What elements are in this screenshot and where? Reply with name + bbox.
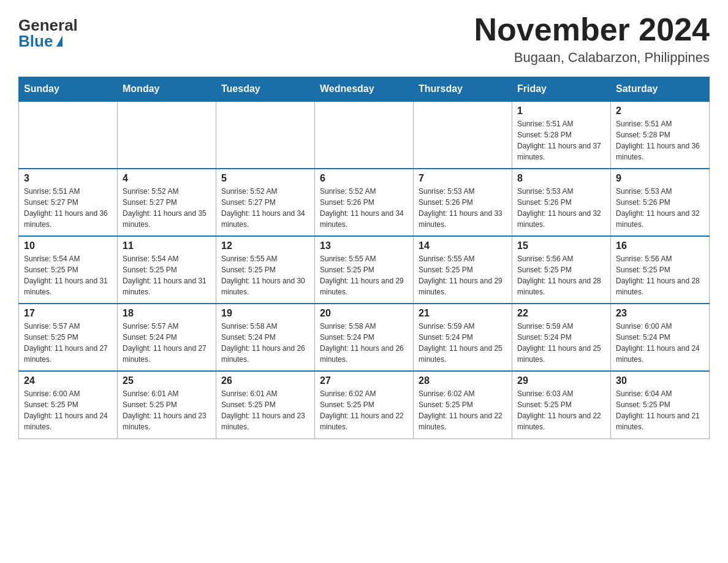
calendar-cell: 4Sunrise: 5:52 AM Sunset: 5:27 PM Daylig… [118,169,216,236]
calendar-cell: 7Sunrise: 5:53 AM Sunset: 5:26 PM Daylig… [414,169,512,236]
day-number: 8 [517,173,605,184]
day-number: 6 [320,173,408,184]
header: General Blue November 2024 Bugaan, Calab… [18,12,710,66]
location-title: Bugaan, Calabarzon, Philippines [474,50,710,66]
calendar-cell: 13Sunrise: 5:55 AM Sunset: 5:25 PM Dayli… [315,236,414,304]
day-number: 11 [123,240,211,251]
day-number: 9 [616,173,704,184]
calendar-cell: 14Sunrise: 5:55 AM Sunset: 5:25 PM Dayli… [414,236,512,304]
day-info: Sunrise: 5:58 AM Sunset: 5:24 PM Dayligh… [320,321,408,365]
calendar-cell [19,101,118,169]
weekday-header-friday: Friday [512,77,611,102]
calendar-cell: 20Sunrise: 5:58 AM Sunset: 5:24 PM Dayli… [315,304,414,371]
day-info: Sunrise: 5:57 AM Sunset: 5:24 PM Dayligh… [123,321,211,365]
weekday-header-row: SundayMondayTuesdayWednesdayThursdayFrid… [19,77,710,102]
day-info: Sunrise: 6:02 AM Sunset: 5:25 PM Dayligh… [320,388,408,432]
day-info: Sunrise: 6:01 AM Sunset: 5:25 PM Dayligh… [221,388,309,432]
day-info: Sunrise: 5:54 AM Sunset: 5:25 PM Dayligh… [24,253,112,297]
logo-blue-text: Blue [18,33,63,49]
weekday-header-thursday: Thursday [414,77,512,102]
calendar-cell: 1Sunrise: 5:51 AM Sunset: 5:28 PM Daylig… [512,101,611,169]
day-number: 20 [320,308,408,319]
week-row-2: 3Sunrise: 5:51 AM Sunset: 5:27 PM Daylig… [19,169,710,236]
day-number: 24 [24,375,112,386]
day-number: 15 [517,240,605,251]
weekday-header-sunday: Sunday [19,77,118,102]
day-info: Sunrise: 6:03 AM Sunset: 5:25 PM Dayligh… [517,388,605,432]
day-number: 23 [616,308,704,319]
day-number: 28 [419,375,507,386]
calendar-cell: 2Sunrise: 5:51 AM Sunset: 5:28 PM Daylig… [611,101,710,169]
day-info: Sunrise: 5:52 AM Sunset: 5:27 PM Dayligh… [221,186,309,230]
day-number: 1 [517,105,605,117]
calendar-cell: 24Sunrise: 6:00 AM Sunset: 5:25 PM Dayli… [19,371,118,439]
day-info: Sunrise: 5:55 AM Sunset: 5:25 PM Dayligh… [419,253,507,297]
day-number: 30 [616,375,704,386]
calendar-cell: 16Sunrise: 5:56 AM Sunset: 5:25 PM Dayli… [611,236,710,304]
day-info: Sunrise: 5:53 AM Sunset: 5:26 PM Dayligh… [517,186,605,230]
day-info: Sunrise: 5:51 AM Sunset: 5:27 PM Dayligh… [24,186,112,230]
day-info: Sunrise: 5:53 AM Sunset: 5:26 PM Dayligh… [419,186,507,230]
day-info: Sunrise: 5:53 AM Sunset: 5:26 PM Dayligh… [616,186,704,230]
day-number: 26 [221,375,309,386]
weekday-header-monday: Monday [118,77,216,102]
week-row-4: 17Sunrise: 5:57 AM Sunset: 5:25 PM Dayli… [19,304,710,371]
day-info: Sunrise: 6:04 AM Sunset: 5:25 PM Dayligh… [616,388,704,432]
day-number: 5 [221,173,309,184]
day-number: 14 [419,240,507,251]
day-info: Sunrise: 5:51 AM Sunset: 5:28 PM Dayligh… [616,118,704,163]
calendar-cell: 3Sunrise: 5:51 AM Sunset: 5:27 PM Daylig… [19,169,118,236]
calendar-cell: 6Sunrise: 5:52 AM Sunset: 5:26 PM Daylig… [315,169,414,236]
day-number: 21 [419,308,507,319]
day-info: Sunrise: 6:00 AM Sunset: 5:25 PM Dayligh… [24,388,112,432]
calendar-cell: 18Sunrise: 5:57 AM Sunset: 5:24 PM Dayli… [118,304,216,371]
calendar-cell: 17Sunrise: 5:57 AM Sunset: 5:25 PM Dayli… [19,304,118,371]
week-row-1: 1Sunrise: 5:51 AM Sunset: 5:28 PM Daylig… [19,101,710,169]
day-number: 13 [320,240,408,251]
calendar-cell: 10Sunrise: 5:54 AM Sunset: 5:25 PM Dayli… [19,236,118,304]
day-info: Sunrise: 6:02 AM Sunset: 5:25 PM Dayligh… [419,388,507,432]
weekday-header-saturday: Saturday [611,77,710,102]
calendar-cell: 12Sunrise: 5:55 AM Sunset: 5:25 PM Dayli… [216,236,315,304]
day-number: 19 [221,308,309,319]
calendar-cell: 22Sunrise: 5:59 AM Sunset: 5:24 PM Dayli… [512,304,611,371]
day-number: 4 [123,173,211,184]
calendar-cell: 11Sunrise: 5:54 AM Sunset: 5:25 PM Dayli… [118,236,216,304]
logo-triangle-icon [56,36,63,47]
calendar-cell: 30Sunrise: 6:04 AM Sunset: 5:25 PM Dayli… [611,371,710,439]
calendar-cell: 25Sunrise: 6:01 AM Sunset: 5:25 PM Dayli… [118,371,216,439]
day-number: 29 [517,375,605,386]
calendar-cell: 29Sunrise: 6:03 AM Sunset: 5:25 PM Dayli… [512,371,611,439]
day-number: 2 [616,105,704,117]
day-number: 16 [616,240,704,251]
logo-general-text: General [18,17,78,33]
day-info: Sunrise: 5:51 AM Sunset: 5:28 PM Dayligh… [517,118,605,163]
day-info: Sunrise: 6:01 AM Sunset: 5:25 PM Dayligh… [123,388,211,432]
day-number: 18 [123,308,211,319]
calendar-cell [118,101,216,169]
day-info: Sunrise: 5:52 AM Sunset: 5:26 PM Dayligh… [320,186,408,230]
day-info: Sunrise: 5:59 AM Sunset: 5:24 PM Dayligh… [419,321,507,365]
day-info: Sunrise: 6:00 AM Sunset: 5:24 PM Dayligh… [616,321,704,365]
day-info: Sunrise: 5:55 AM Sunset: 5:25 PM Dayligh… [221,253,309,297]
calendar-cell [216,101,315,169]
day-info: Sunrise: 5:56 AM Sunset: 5:25 PM Dayligh… [517,253,605,297]
day-info: Sunrise: 5:57 AM Sunset: 5:25 PM Dayligh… [24,321,112,365]
calendar-cell: 19Sunrise: 5:58 AM Sunset: 5:24 PM Dayli… [216,304,315,371]
day-number: 27 [320,375,408,386]
day-number: 10 [24,240,112,251]
day-number: 3 [24,173,112,184]
day-info: Sunrise: 5:52 AM Sunset: 5:27 PM Dayligh… [123,186,211,230]
calendar-cell [414,101,512,169]
calendar-table: SundayMondayTuesdayWednesdayThursdayFrid… [18,77,710,439]
weekday-header-tuesday: Tuesday [216,77,315,102]
week-row-5: 24Sunrise: 6:00 AM Sunset: 5:25 PM Dayli… [19,371,710,439]
calendar-cell: 21Sunrise: 5:59 AM Sunset: 5:24 PM Dayli… [414,304,512,371]
day-number: 7 [419,173,507,184]
logo: General Blue [18,17,78,49]
calendar-cell: 26Sunrise: 6:01 AM Sunset: 5:25 PM Dayli… [216,371,315,439]
day-info: Sunrise: 5:56 AM Sunset: 5:25 PM Dayligh… [616,253,704,297]
weekday-header-wednesday: Wednesday [315,77,414,102]
day-info: Sunrise: 5:59 AM Sunset: 5:24 PM Dayligh… [517,321,605,365]
day-number: 17 [24,308,112,319]
